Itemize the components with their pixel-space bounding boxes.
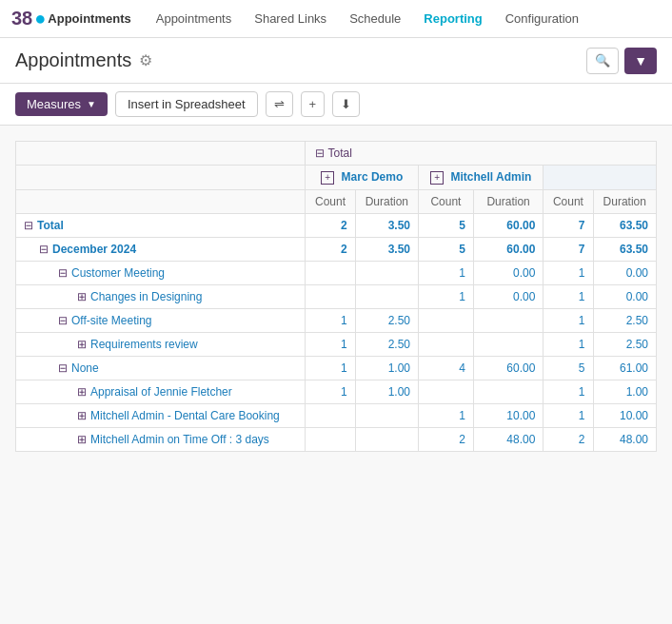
marc-duration-header: Duration — [355, 190, 418, 214]
row-toggle-icon[interactable]: ⊟ — [58, 266, 68, 280]
row-label-metrics-spacer — [16, 190, 306, 214]
total-duration-header: Duration — [593, 190, 656, 214]
row-toggle-icon[interactable]: ⊞ — [77, 409, 87, 422]
header-row-groups: + Marc Demo + Mitchell Admin — [16, 166, 657, 190]
cell-value — [355, 285, 418, 309]
nav-appointments[interactable]: Appointments — [147, 8, 242, 29]
total-count-header: Count — [544, 190, 593, 214]
table-row: ⊟None11.00460.00561.00 — [16, 357, 657, 380]
row-label-header — [16, 142, 306, 166]
mitchell-admin-label: Mitchell Admin — [450, 170, 531, 184]
cell-value — [473, 333, 544, 357]
cell-value: 10.00 — [593, 404, 656, 428]
nav-configuration[interactable]: Configuration — [496, 8, 588, 29]
row-toggle-icon[interactable]: ⊟ — [58, 314, 68, 327]
cell-value — [306, 404, 355, 428]
row-toggle-icon[interactable]: ⊞ — [77, 433, 87, 446]
cell-value: 1 — [306, 333, 355, 357]
table-row: ⊟Customer Meeting10.0010.00 — [16, 262, 657, 285]
table-row: ⊞Changes in Designing10.0010.00 — [16, 285, 657, 309]
table-row: ⊞Requirements review12.5012.50 — [16, 333, 657, 357]
cell-value: 1 — [419, 404, 474, 428]
header-row-metrics: Count Duration Count Duration Count Dura… — [16, 190, 657, 214]
marc-count-header: Count — [306, 190, 355, 214]
total-collapse-icon[interactable]: ⊟ — [315, 146, 325, 160]
search-button[interactable]: 🔍 — [586, 48, 619, 74]
download-button[interactable]: ⬇ — [332, 91, 360, 117]
row-label: Requirements review — [90, 338, 198, 351]
add-measure-button[interactable]: + — [301, 91, 326, 117]
row-toggle-icon[interactable]: ⊞ — [77, 290, 87, 303]
row-toggle-icon[interactable]: ⊟ — [24, 219, 33, 232]
table-row: ⊞Mitchell Admin - Dental Care Booking110… — [16, 404, 657, 428]
row-toggle-icon[interactable]: ⊞ — [77, 338, 87, 351]
settings-icon[interactable]: ⚙ — [139, 51, 152, 69]
nav-shared-links[interactable]: Shared Links — [245, 8, 336, 29]
cell-value — [355, 404, 418, 428]
cell-value: 1 — [544, 285, 593, 309]
row-label: None — [71, 361, 99, 375]
cell-value: 1 — [544, 309, 593, 333]
table-row: ⊟December 202423.50560.00763.50 — [16, 238, 657, 262]
cell-value — [419, 333, 474, 357]
cell-value: 2 — [419, 428, 474, 452]
insert-spreadsheet-button[interactable]: Insert in Spreadsheet — [115, 91, 258, 117]
page-header: Appointments ⚙ 🔍 ▼ — [0, 38, 672, 84]
adjust-icon-button[interactable]: ⇌ — [266, 91, 293, 117]
cell-value: 1.00 — [355, 357, 418, 380]
row-label: Mitchell Admin on Time Off : 3 days — [90, 433, 269, 446]
cell-value: 0.00 — [473, 262, 544, 285]
row-label: Total — [37, 219, 64, 232]
header-actions: 🔍 ▼ — [586, 48, 657, 74]
table-row: ⊞Appraisal of Jennie Fletcher11.0011.00 — [16, 380, 657, 404]
cell-value: 1 — [419, 285, 474, 309]
marc-demo-expand-icon[interactable]: + — [321, 171, 334, 185]
cell-value — [419, 380, 474, 404]
cell-value: 1 — [306, 357, 355, 380]
cell-value: 63.50 — [593, 238, 656, 262]
cell-value: 1 — [544, 404, 593, 428]
row-toggle-icon[interactable]: ⊟ — [58, 361, 68, 375]
nav-reporting[interactable]: Reporting — [414, 8, 491, 29]
top-navigation: 38 ● Appointments Appointments Shared Li… — [0, 0, 672, 38]
cell-value: 10.00 — [473, 404, 544, 428]
cell-value: 0.00 — [593, 262, 656, 285]
cell-value: 7 — [544, 214, 593, 238]
cell-value: 1 — [544, 333, 593, 357]
cell-value: 2 — [544, 428, 593, 452]
mitchell-count-header: Count — [419, 190, 474, 214]
table-row: ⊟Off-site Meeting12.5012.50 — [16, 309, 657, 333]
cell-value — [419, 309, 474, 333]
cell-value — [306, 262, 355, 285]
cell-value — [355, 262, 418, 285]
toolbar: Measures Insert in Spreadsheet ⇌ + ⬇ — [0, 84, 672, 126]
cell-value: 2.50 — [593, 333, 656, 357]
cell-value — [306, 428, 355, 452]
cell-value: 1 — [306, 380, 355, 404]
row-label: Mitchell Admin - Dental Care Booking — [90, 409, 280, 422]
cell-value: 2.50 — [355, 333, 418, 357]
header-row-total: ⊟ Total — [16, 142, 657, 166]
cell-value — [355, 428, 418, 452]
measures-button[interactable]: Measures — [15, 92, 108, 116]
cell-value: 2 — [306, 238, 355, 262]
cell-value: 48.00 — [473, 428, 544, 452]
cell-value: 2.50 — [355, 309, 418, 333]
mitchell-admin-expand-icon[interactable]: + — [430, 171, 444, 185]
cell-value: 3.50 — [355, 214, 418, 238]
cell-value: 5 — [419, 214, 474, 238]
mitchell-duration-header: Duration — [473, 190, 544, 214]
cell-value: 0.00 — [593, 285, 656, 309]
pivot-container: ⊟ Total + Marc Demo + Mitchell Admin — [0, 126, 672, 467]
cell-value: 0.00 — [473, 285, 544, 309]
total-header-label: Total — [328, 146, 352, 160]
row-toggle-icon[interactable]: ⊟ — [39, 243, 49, 256]
cell-value: 48.00 — [593, 428, 656, 452]
nav-schedule[interactable]: Schedule — [340, 8, 410, 29]
page-title: Appointments — [15, 49, 131, 71]
logo-number: 38 — [11, 8, 32, 29]
filter-button[interactable]: ▼ — [624, 48, 657, 74]
cell-value: 1 — [419, 262, 474, 285]
app-name: Appointments — [48, 11, 130, 26]
row-toggle-icon[interactable]: ⊞ — [77, 385, 87, 399]
